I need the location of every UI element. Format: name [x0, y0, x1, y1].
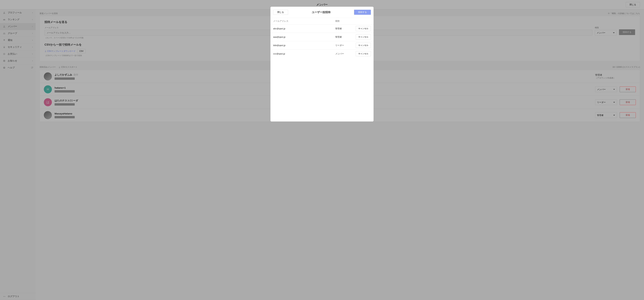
modal-col-role: 権限	[335, 20, 354, 23]
modal-row: bbb@qast.jpリーダーキャンセル	[270, 41, 374, 50]
modal-cancel-button[interactable]: キャンセル	[356, 51, 371, 56]
modal-table-head: メールアドレス 権限	[270, 18, 374, 24]
modal-cancel-button[interactable]: キャンセル	[356, 34, 371, 39]
modal-row-role: リーダー	[335, 44, 354, 47]
modal-close-button[interactable]: 閉じる	[273, 10, 288, 15]
modal-col-email: メールアドレス	[273, 20, 335, 23]
modal-overlay[interactable]: 閉じる ユーザー括招待 招待する メールアドレス 権限 abc@qast.jp管…	[0, 0, 644, 300]
modal-row-email: aaa@qast.jp	[273, 36, 335, 38]
modal-row-role: 管理者	[335, 27, 354, 30]
modal-row: aaa@qast.jp管理者キャンセル	[270, 33, 374, 41]
modal-cancel-button[interactable]: キャンセル	[356, 26, 371, 31]
modal-cancel-button[interactable]: キャンセル	[356, 43, 371, 48]
modal-row-role: 管理者	[335, 35, 354, 38]
modal-row-role: メンバー	[335, 52, 354, 55]
modal-title: ユーザー括招待	[312, 10, 330, 14]
bulk-invite-modal: 閉じる ユーザー括招待 招待する メールアドレス 権限 abc@qast.jp管…	[270, 7, 374, 122]
modal-row: abc@qast.jp管理者キャンセル	[270, 24, 374, 33]
modal-row-email: bbb@qast.jp	[273, 44, 335, 47]
modal-row-email: ccc@qast.jp	[273, 52, 335, 55]
modal-invite-button[interactable]: 招待する	[354, 10, 371, 15]
modal-row-email: abc@qast.jp	[273, 27, 335, 30]
modal-row: ccc@qast.jpメンバーキャンセル	[270, 50, 374, 58]
